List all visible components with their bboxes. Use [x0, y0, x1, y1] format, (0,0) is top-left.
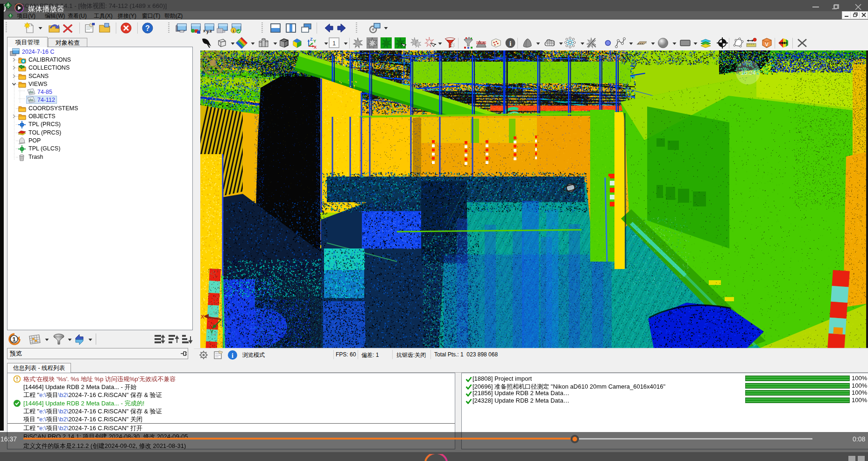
svg-text:?: ?: [145, 24, 150, 32]
svg-text:i: i: [232, 352, 233, 359]
svg-text:i: i: [509, 40, 511, 47]
svg-text:y: y: [206, 29, 209, 34]
svg-text:V: V: [765, 42, 769, 47]
svg-text:X: X: [314, 45, 317, 49]
svg-text:z: z: [210, 28, 212, 33]
svg-text:Z: Z: [310, 37, 313, 42]
svg-text:Y: Y: [313, 39, 316, 43]
svg-text:x: x: [203, 28, 205, 33]
svg-text:1: 1: [12, 336, 15, 343]
svg-text:1: 1: [332, 40, 336, 47]
